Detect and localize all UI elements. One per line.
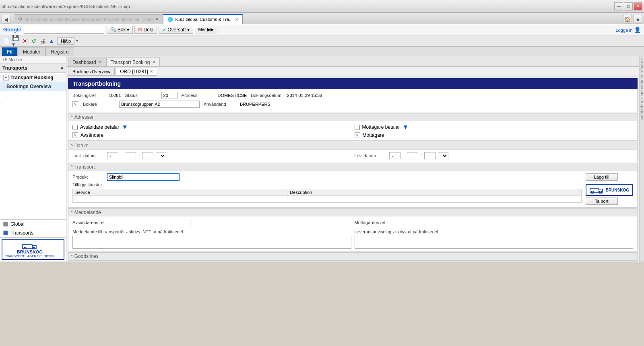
browser-tab-inactive[interactable]: ⚙ http://solutions.ksdsoftware.net/Expre… [14,14,163,24]
tab-dashboard[interactable]: Dashboard ✕ [68,58,106,66]
leveransanvisning-textarea[interactable] [355,236,634,249]
datum-header[interactable]: ^ Datum [68,142,637,150]
section-meddelande: ^ Meddelande Avsändarens ref. Meddelande… [68,208,638,251]
expand-sender-icon[interactable]: v [72,132,78,138]
sidebar-bottom-transports[interactable]: Transports [0,229,66,237]
lev-datum-time[interactable] [424,152,436,159]
minimize-button[interactable]: — [614,2,623,10]
search-button[interactable]: 🔍 Sök ▾ [107,26,133,34]
brunskog-logo-small: BRUNSKOG TRANSPORT LAGER SPEDITION [2,239,64,260]
more-button[interactable]: Mer ▶▶ [195,26,217,33]
login-area: Logga in 👤 [615,27,641,33]
content-area: Dashboard ✕ Transport Booking ✕ Bookings… [66,56,639,262]
message-grid: Avsändarens ref. Meddelande till transpo… [68,216,637,251]
sender-down-arrow[interactable]: ▼ [122,124,128,131]
new-icon[interactable]: 📄 [2,37,10,45]
bokningsdatum-value: 2014-01-29 15:36 [287,93,322,98]
sidebar-item-bookings-overview[interactable]: Bookings Overview [0,82,66,91]
translate-button[interactable]: ✓ Översätt ▾ [159,26,193,34]
print-icon[interactable]: 🖨 [39,37,47,45]
module-tab-registre[interactable]: Registre [45,47,74,56]
lagg-till-button[interactable]: Lägg till [586,173,618,181]
status-input[interactable] [161,92,178,99]
expand-bokare-icon[interactable]: v [72,101,78,107]
back-button[interactable]: ◀ [2,15,10,24]
bokningsref-value: 10281 [109,93,121,98]
last-datum-input2[interactable] [125,152,136,159]
description-col-header: Description [287,189,581,196]
ta-bort-button[interactable]: Ta bort [586,198,618,205]
avsandare-label: Avsändare [80,132,103,138]
tab-active-close-icon[interactable]: ✕ [235,17,238,22]
tab-close-icon[interactable]: ✕ [155,17,159,21]
section-transport: ^ Transport Produkt Tilläggstjänster [68,163,638,208]
close-button[interactable]: ✕ [634,2,642,10]
browser-url: http://solutions.ksdsoftware.net/Express… [2,4,130,9]
transports-dot [3,231,8,235]
help-button[interactable]: Hjälp [57,37,74,45]
sub-tab-bookings-overview[interactable]: Bookings Overview [68,68,115,76]
expand-transport-icon[interactable]: ^ [3,75,9,80]
lev-datum-dropdown[interactable] [438,152,448,159]
lev-datum-input1[interactable] [389,152,400,159]
star-button[interactable]: ★ [634,15,642,24]
toolbar-icons: 💾▾ ✕ ↺ 🖨 ▲ [12,37,56,45]
share-button[interactable]: ✉ Dela [134,26,157,34]
brunskog-text-transport: BRUNSKOG [606,188,629,192]
sub-tab-ord-close[interactable]: ✕ [150,69,153,74]
goodslines-header[interactable]: ^ Goodslines [68,253,637,260]
mottagarens-ref-row: Mottagarens ref. [355,219,634,226]
sender-expand-row: v Avsändare [72,132,351,138]
meddelande-textarea[interactable] [72,236,351,249]
tab-dashboard-close[interactable]: ✕ [99,60,102,64]
receiver-header-row: Mottagare betalar ▼ [355,124,634,131]
address-col-receiver: Mottagare betalar ▼ v Mottagare [355,124,634,138]
maximize-button[interactable]: □ [624,2,633,10]
collapse-meddelande-icon[interactable]: ^ [71,210,73,215]
tab-transport-booking[interactable]: Transport Booking ✕ [106,58,160,66]
adresser-header[interactable]: ^ Adresser [68,113,637,121]
save-dropdown-icon[interactable]: 💾▾ [12,37,20,45]
sidebar-bottom-global[interactable]: Global [0,220,66,229]
module-tab-fil[interactable]: Fil [2,47,18,56]
google-logo: Google [3,27,21,33]
goodslines-label: Goodslines [74,253,99,259]
upload-icon[interactable]: ▲ [47,37,56,45]
tab-transport-close[interactable]: ✕ [152,60,155,64]
avsandaren-ref-input[interactable] [110,219,190,226]
home-button[interactable]: 🏠 [623,15,632,24]
bokare-input[interactable] [119,101,200,108]
avsandare-betalar-checkbox[interactable] [72,125,78,130]
last-datum-time[interactable] [142,152,153,159]
collapse-goodslines-icon[interactable]: ^ [71,254,73,259]
expand-receiver-icon[interactable]: v [355,132,360,138]
mottagare-betalar-checkbox[interactable] [355,125,360,130]
last-datum-dropdown[interactable] [156,152,166,159]
browser-titlebar: http://solutions.ksdsoftware.net/Express… [0,0,644,13]
form-header: Transportbokning [68,78,638,89]
delete-icon[interactable]: ✕ [21,37,29,45]
lev-datum-row: Lev. datum - : [355,152,634,159]
browser-tab-active[interactable]: 🌐 KSD Global Customs & Tra... ✕ [163,14,243,24]
google-search-input[interactable] [24,26,104,34]
sidebar-title: Transports [2,65,27,71]
collapse-adresser-icon[interactable]: ^ [71,115,73,119]
mottagarens-ref-input[interactable] [391,219,471,226]
meddelande-header[interactable]: ^ Meddelande [68,209,637,216]
mottagarens-ref-label: Mottagarens ref. [355,220,387,225]
transport-right: Lägg till BRUNSKOG [586,173,633,205]
transport-header[interactable]: ^ Transport [68,163,637,171]
sub-tab-ord[interactable]: ORD [10281] ✕ [116,68,157,76]
sidebar-section-transport-header[interactable]: ^ Transport Booking [0,74,66,82]
collapse-transport-icon[interactable]: ^ [71,165,73,169]
refresh-icon[interactable]: ↺ [30,37,38,45]
produkt-input[interactable] [107,173,180,181]
module-tab-moduler[interactable]: Moduler [18,47,45,56]
receiver-down-arrow[interactable]: ▼ [402,124,409,131]
brunskog-logo-transport: BRUNSKOG [586,184,633,196]
collapse-datum-icon[interactable]: ^ [71,144,73,148]
tillaggstjanster-label: Tilläggstjänster [72,182,105,187]
last-datum-input1[interactable] [107,152,118,159]
module-tabs: Fil Moduler Registre [0,47,644,56]
lev-datum-input2[interactable] [407,152,418,159]
